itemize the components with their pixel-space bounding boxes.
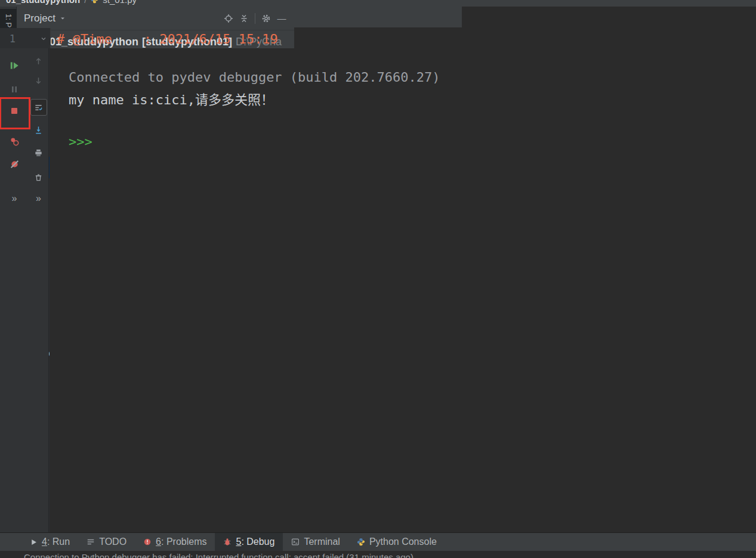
breadcrumb-project[interactable]: 01_studdypython — [6, 0, 80, 5]
status-message: Connection to Python debugger has failed… — [24, 552, 414, 558]
mute-breakpoints-button[interactable] — [6, 156, 23, 172]
project-panel-header: Project — — [17, 7, 294, 30]
more-actions-button[interactable]: » — [6, 190, 23, 207]
console-line-output: my name is:cici,请多多关照！ — [50, 88, 756, 109]
python-file-icon — [91, 0, 98, 4]
chevron-down-icon[interactable] — [59, 15, 66, 22]
toolbar-python-console[interactable]: Python Console — [348, 533, 445, 551]
bug-icon — [223, 538, 232, 546]
toolbar-run[interactable]: 4: Run — [21, 533, 78, 551]
editor-line-1[interactable]: 1 # @Time : 2021/6/15 15:19 — [0, 28, 756, 49]
gear-icon[interactable] — [258, 12, 274, 25]
stop-button[interactable] — [6, 103, 23, 119]
python-icon — [357, 538, 365, 546]
scroll-to-end-button[interactable] — [30, 122, 47, 138]
breadcrumb-file[interactable]: st_01.py — [103, 0, 137, 5]
hide-panel-icon[interactable]: — — [274, 12, 289, 25]
line-number: 1 — [0, 33, 16, 45]
breadcrumb-separator: / — [84, 0, 87, 5]
view-breakpoints-button[interactable] — [6, 133, 23, 150]
down-stack-button[interactable] — [30, 72, 47, 89]
debug-actions-column: » — [0, 48, 29, 558]
up-stack-button[interactable] — [30, 52, 47, 69]
console-actions-column: » — [29, 48, 49, 558]
debug-tool-window: Debug: st_01 × Debugger Console — [0, 318, 739, 526]
debug-console-output[interactable]: Connected to pydev debugger (build 202.7… — [50, 48, 756, 558]
code-comment: # @Time : 2021/6/15 15:19 — [57, 32, 278, 46]
terminal-icon — [291, 538, 300, 546]
toolbar-todo[interactable]: TODO — [78, 533, 135, 551]
soft-wrap-button[interactable] — [30, 99, 47, 116]
todo-icon — [87, 538, 95, 546]
gutter-line-1: 1 — [0, 28, 51, 49]
print-button[interactable] — [30, 144, 47, 161]
pause-button[interactable] — [6, 81, 23, 98]
toolbar-debug[interactable]: 5: Debug — [215, 533, 283, 551]
toolbar-terminal[interactable]: Terminal — [283, 533, 348, 551]
breadcrumb: 01_studdypython / st_01.py — [6, 0, 756, 5]
clear-console-button[interactable] — [30, 169, 47, 185]
console-prompt[interactable]: >>> — [50, 131, 756, 152]
console-line-connected: Connected to pydev debugger (build 202.7… — [50, 66, 756, 88]
status-message-bar: Connection to Python debugger has failed… — [0, 551, 756, 558]
debug-body: » » Connected to pyde — [0, 48, 756, 558]
breadcrumb-bar: 01_studdypython / st_01.py — [0, 0, 756, 7]
resume-button[interactable] — [6, 57, 23, 74]
locate-file-icon[interactable] — [221, 12, 236, 25]
tool-window-bar: 4: Run TODO 6: Problems 5: Debug Termina… — [0, 532, 756, 551]
collapse-all-icon[interactable] — [236, 12, 252, 25]
more-console-actions-button[interactable]: » — [30, 190, 47, 207]
toolbar-problems[interactable]: 6: Problems — [135, 533, 215, 551]
problems-icon — [143, 538, 152, 546]
project-panel-title[interactable]: Project — [24, 13, 55, 24]
run-icon — [30, 538, 38, 546]
fold-icon[interactable] — [38, 35, 49, 42]
